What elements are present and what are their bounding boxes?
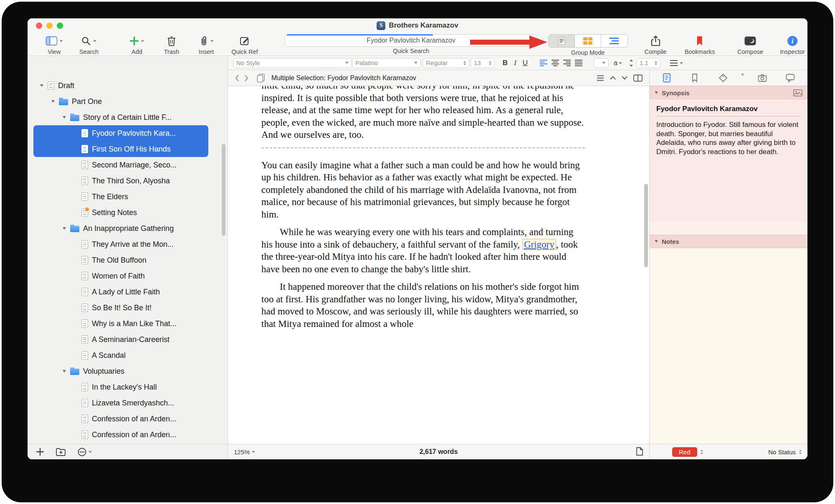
paperclip-icon [199, 35, 208, 46]
paragraph: It happened moreover that the child's re… [261, 281, 585, 330]
line-spacing-select[interactable]: 1.1 [636, 58, 660, 68]
binder-item[interactable]: Story of a Certain Little F... [33, 109, 208, 125]
align-justify-button[interactable] [574, 59, 583, 67]
tab-comments-icon[interactable] [786, 73, 795, 83]
bookmarks-button[interactable]: Bookmarks [685, 34, 715, 55]
add-button[interactable]: Add [130, 34, 144, 55]
binder-more-button[interactable] [78, 448, 92, 456]
writing-goals-icon[interactable] [636, 447, 643, 456]
binder-item[interactable]: An Inappropriate Gathering [33, 220, 208, 236]
chevron-down-icon [210, 40, 213, 44]
group-mode-document-view-button[interactable] [549, 35, 575, 47]
tab-snapshots-icon[interactable] [758, 73, 767, 83]
editor-pane[interactable]: little child, so much so that people wer… [228, 86, 650, 444]
disclosure-triangle-icon[interactable] [63, 227, 66, 231]
group-mode-corkboard-button[interactable] [575, 35, 601, 47]
insert-button[interactable]: Insert [199, 34, 214, 55]
binder-item[interactable]: Fyodor Pavlovitch Kara... [33, 125, 208, 141]
binder-item[interactable]: Draft [33, 78, 208, 94]
quick-ref-button[interactable]: Quick Ref [231, 34, 258, 55]
inspector-button[interactable]: i Inspector [780, 34, 805, 55]
binder-item[interactable]: They Arrive at the Mon... [33, 236, 208, 252]
binder-item-icon [70, 369, 79, 375]
editor-title: Multiple Selection: Fyodor Pavlovitch Ka… [271, 74, 416, 82]
group-mode-outline-button[interactable] [601, 35, 628, 47]
disclosure-triangle-icon[interactable] [63, 370, 66, 374]
search-button[interactable]: Search [79, 34, 99, 55]
binder-item[interactable]: The Elders [33, 189, 208, 205]
style-select[interactable]: No Style [233, 58, 352, 68]
binder-item[interactable]: Confession of an Arden... [33, 427, 208, 443]
disclosure-triangle-icon[interactable] [51, 100, 55, 104]
disclosure-triangle-icon[interactable] [63, 116, 66, 120]
chevron-down-icon [89, 451, 92, 455]
header-menu-icon[interactable] [597, 75, 604, 81]
binder-item[interactable]: A Lady of Little Faith [33, 284, 208, 300]
synopsis-image-toggle-icon[interactable] [793, 89, 802, 96]
italic-button[interactable]: I [510, 59, 520, 67]
status-stepper[interactable] [799, 448, 802, 456]
compile-button[interactable]: Compile [644, 34, 666, 55]
binder-item[interactable]: Setting Notes [33, 205, 208, 220]
binder-item[interactable]: Lizaveta Smerdyashch... [33, 395, 208, 411]
inspector-label: Inspector [780, 48, 805, 55]
disclosure-triangle-icon[interactable] [40, 84, 43, 89]
chevron-down-icon [414, 62, 418, 66]
chevron-up-icon[interactable] [610, 76, 616, 80]
status-value[interactable]: No Status [768, 448, 796, 456]
compose-label: Compose [737, 48, 763, 55]
align-left-button[interactable] [539, 59, 548, 67]
align-right-button[interactable] [563, 59, 571, 67]
font-select-value: Palatino [355, 59, 378, 66]
binder-item[interactable]: A Seminarian-Careerist [33, 332, 208, 347]
font-size-select[interactable]: 13 [471, 58, 495, 68]
binder-item[interactable]: Voluptuaries [33, 363, 208, 379]
binder-item[interactable]: First Son Off His Hands [33, 141, 208, 157]
back-button[interactable] [235, 74, 240, 82]
add-document-button[interactable] [36, 448, 44, 456]
label-chip[interactable]: Red [672, 447, 697, 457]
tab-bookmarks-icon[interactable] [690, 73, 699, 83]
binder-item[interactable]: A Scandal [33, 347, 208, 363]
style-select-value: No Style [236, 59, 260, 66]
binder-item[interactable]: So Be It! So Be It! [33, 300, 208, 316]
binder-item[interactable]: Part One [33, 94, 208, 109]
align-center-button[interactable] [551, 59, 559, 67]
outline-icon [610, 37, 619, 45]
font-select[interactable]: Palatino [352, 58, 421, 68]
binder-item[interactable]: Second Marriage, Seco... [33, 157, 208, 173]
font-variant-select[interactable]: Regular [423, 58, 469, 68]
disclosure-triangle-icon [655, 240, 658, 244]
synopsis-section-header[interactable]: Synopsis [650, 86, 807, 99]
binder-item-icon [81, 161, 88, 169]
editor-scrollbar[interactable] [644, 184, 648, 267]
tab-notes-selected-icon[interactable] [662, 73, 671, 83]
synopsis-card[interactable]: Fyodor Pavlovitch Karamazov Introduction… [650, 100, 807, 221]
split-view-icon[interactable] [633, 74, 643, 82]
list-style-button[interactable] [670, 60, 683, 66]
notes-section-header[interactable]: Notes [650, 235, 807, 248]
underline-button[interactable]: U [520, 59, 530, 67]
tab-metadata-icon[interactable] [719, 73, 728, 83]
binder-item[interactable]: In the Lackey's Hall [33, 379, 208, 395]
notes-body[interactable] [650, 248, 807, 444]
zoom-select[interactable]: 125% [234, 448, 255, 456]
document-link[interactable]: Grigory [522, 239, 556, 250]
binder-scrollbar[interactable] [222, 144, 225, 236]
compose-button[interactable]: Compose [737, 34, 763, 55]
binder-item[interactable]: Why is a Man Like That... [33, 316, 208, 332]
label-stepper[interactable] [701, 448, 703, 456]
binder-item-label: The Third Son, Alyosha [92, 177, 170, 185]
chevron-down-icon[interactable] [622, 76, 628, 80]
binder-item[interactable]: Confession of an Arden... [33, 411, 208, 427]
binder-item[interactable]: The Old Buffoon [33, 252, 208, 268]
view-button[interactable]: View [46, 34, 63, 55]
trash-button[interactable]: Trash [164, 34, 180, 55]
highlight-color-select[interactable] [594, 58, 609, 68]
binder-item[interactable]: The Third Son, Alyosha [33, 173, 208, 189]
bold-button[interactable]: B [500, 59, 510, 67]
add-folder-button[interactable] [56, 448, 66, 456]
binder-item[interactable]: Women of Faith [33, 268, 208, 284]
text-color-button[interactable]: a [614, 59, 622, 67]
forward-button[interactable] [244, 74, 249, 82]
